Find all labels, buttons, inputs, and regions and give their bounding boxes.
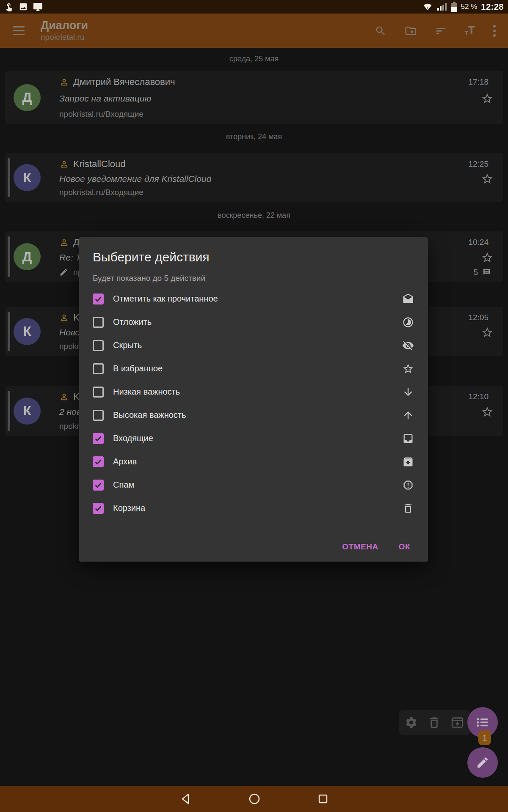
- email-row[interactable]: Д Дмитрий Вячеславович 17:18 Запрос на а…: [5, 71, 503, 124]
- report-icon: [402, 479, 414, 491]
- archive-icon[interactable]: [450, 715, 465, 730]
- text-size-icon[interactable]: тT: [464, 25, 475, 36]
- star-icon[interactable]: [481, 92, 494, 105]
- settings-gear-icon[interactable]: [405, 716, 418, 729]
- avatar: К: [14, 398, 41, 425]
- action-row-inbox[interactable]: Входящие: [79, 427, 428, 450]
- star-icon[interactable]: [481, 406, 494, 418]
- delete-icon[interactable]: [427, 716, 441, 730]
- selection-count-badge: 1: [478, 730, 491, 745]
- sort-icon[interactable]: [435, 25, 447, 37]
- compose-fab[interactable]: [467, 747, 498, 778]
- image-icon: [19, 2, 28, 11]
- home-button[interactable]: [247, 792, 262, 806]
- dialog-title: Выберите действия: [93, 250, 414, 264]
- email-time: 10:24: [468, 238, 494, 247]
- account-subtitle: npokristal.ru: [41, 33, 88, 42]
- archive-icon: [402, 456, 414, 468]
- system-nav-bar: [0, 786, 508, 812]
- page-title: Диалоги: [41, 19, 88, 32]
- cancel-button[interactable]: ОТМЕНА: [342, 542, 378, 551]
- email-time: 17:18: [468, 77, 494, 87]
- action-row-high-importance[interactable]: Высокая важность: [79, 403, 428, 427]
- trash-icon: [402, 502, 414, 514]
- sender-name: Дмитрий Вячеславович: [73, 77, 175, 88]
- arrow-up-icon: [402, 409, 414, 421]
- unread-indicator: [8, 236, 10, 277]
- unread-indicator: [8, 312, 10, 351]
- checkbox[interactable]: [93, 433, 104, 444]
- account-folder: npokristal.ru/Входящие: [59, 188, 144, 197]
- email-subject: Новое уведомление для KristallCloud: [59, 174, 211, 184]
- dialog-subtitle: Будет показано до 5 действий: [93, 274, 414, 283]
- draft-pencil-icon: [59, 268, 68, 277]
- notification-icons: [4, 2, 43, 12]
- signal-icon: [436, 2, 447, 11]
- choose-actions-dialog: Выберите действия Будет показано до 5 де…: [79, 237, 428, 562]
- checkbox[interactable]: [93, 387, 104, 398]
- touch-icon: [4, 2, 14, 11]
- account-folder: npokristal.ru/Входящие: [59, 110, 144, 119]
- star-icon: [402, 363, 414, 375]
- checkbox[interactable]: [93, 340, 104, 351]
- star-icon[interactable]: [481, 251, 494, 264]
- ok-button[interactable]: ОК: [399, 542, 410, 551]
- search-icon[interactable]: [375, 25, 387, 37]
- checkbox[interactable]: [93, 480, 104, 491]
- checkbox[interactable]: [93, 317, 104, 328]
- pencil-icon: [476, 756, 489, 769]
- date-header: вторник, 24 мая: [0, 132, 508, 141]
- checkbox[interactable]: [93, 294, 104, 304]
- timelapse-icon: [402, 316, 414, 328]
- screen: 52 % 12:28 Диалоги npokristal.ru: [0, 0, 508, 812]
- star-icon[interactable]: [481, 173, 494, 185]
- chat-icon: [481, 267, 491, 277]
- action-row-archive[interactable]: Архив: [79, 450, 428, 473]
- checkbox[interactable]: [93, 410, 104, 421]
- battery-icon: [451, 2, 457, 12]
- action-row-favorite[interactable]: В избранное: [79, 357, 428, 380]
- drafts-icon: [402, 293, 414, 305]
- email-subject: Запрос на активацию: [59, 93, 151, 104]
- checkbox[interactable]: [93, 456, 104, 467]
- date-header: среда, 25 мая: [0, 55, 508, 63]
- email-row[interactable]: К KristallCloud 12:25 Новое уведомление …: [5, 153, 503, 202]
- action-row-snooze[interactable]: Отложить: [79, 310, 428, 334]
- display-icon: [33, 2, 43, 12]
- wifi-icon: [422, 2, 433, 11]
- arrow-down-icon: [402, 386, 414, 398]
- list-icon: [475, 715, 490, 730]
- folder-special-icon[interactable]: [404, 25, 417, 37]
- date-header: воскресенье, 22 мая: [0, 211, 508, 220]
- star-icon[interactable]: [481, 326, 494, 339]
- avatar: Д: [14, 243, 41, 270]
- overflow-menu-icon[interactable]: [493, 25, 496, 37]
- status-bar: 52 % 12:28: [0, 0, 508, 14]
- person-icon: [59, 159, 69, 169]
- recents-button[interactable]: [316, 792, 330, 806]
- selection-toolbar: [399, 710, 470, 735]
- checkbox[interactable]: [93, 363, 104, 374]
- avatar: К: [14, 164, 41, 191]
- action-row-hide[interactable]: Скрыть: [79, 334, 428, 357]
- person-icon: [59, 392, 69, 402]
- checkbox[interactable]: [93, 503, 104, 514]
- action-row-trash[interactable]: Корзина: [79, 497, 428, 520]
- avatar: Д: [14, 84, 41, 111]
- app-bar: Диалоги npokristal.ru тT: [0, 14, 508, 48]
- action-row-mark-read[interactable]: Отметить как прочитанное: [79, 287, 428, 310]
- unread-indicator: [8, 158, 10, 197]
- person-icon: [59, 313, 69, 323]
- email-time: 12:10: [468, 392, 494, 401]
- action-row-spam[interactable]: Спам: [79, 473, 428, 497]
- person-icon: [59, 77, 69, 87]
- sender-name: KristallCloud: [73, 159, 126, 170]
- action-row-low-importance[interactable]: Низкая важность: [79, 380, 428, 403]
- status-clock: 12:28: [481, 2, 504, 12]
- inbox-icon: [402, 433, 414, 444]
- email-time: 12:25: [468, 159, 494, 169]
- back-button[interactable]: [179, 792, 193, 806]
- menu-icon[interactable]: [10, 22, 27, 39]
- message-count: 5: [473, 267, 494, 277]
- battery-percent: 52 %: [461, 3, 478, 11]
